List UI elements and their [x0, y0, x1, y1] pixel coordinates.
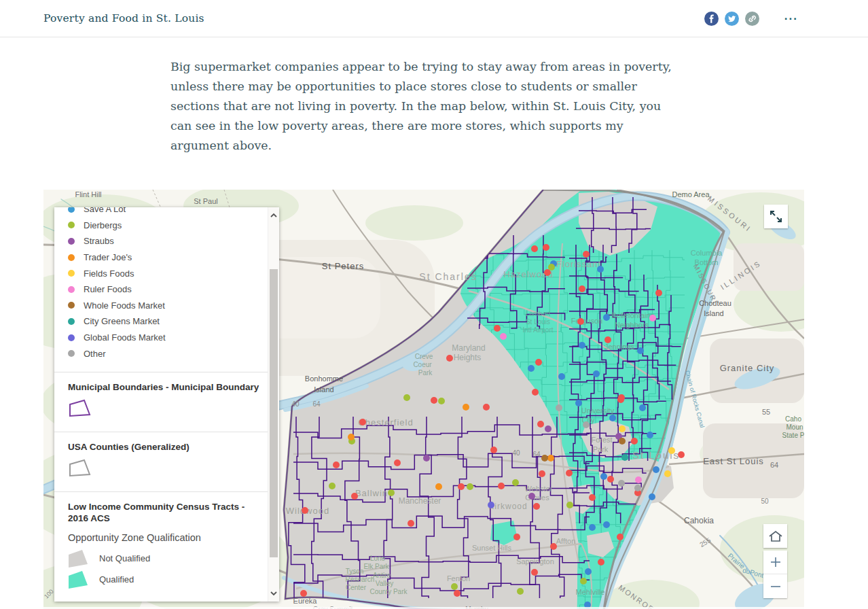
- store-dot[interactable]: [603, 521, 610, 528]
- store-dot[interactable]: [488, 502, 494, 508]
- store-dot[interactable]: [431, 397, 437, 404]
- store-dot[interactable]: [607, 476, 614, 483]
- store-dot[interactable]: [597, 266, 604, 273]
- store-dot[interactable]: [668, 447, 675, 454]
- store-dot[interactable]: [585, 568, 592, 575]
- store-dot[interactable]: [532, 389, 539, 396]
- store-dot[interactable]: [649, 315, 656, 321]
- zoom-in-button[interactable]: [763, 551, 787, 574]
- store-dot[interactable]: [544, 269, 551, 276]
- store-dot[interactable]: [589, 524, 596, 531]
- store-dot[interactable]: [531, 569, 538, 576]
- store-dot[interactable]: [513, 534, 520, 540]
- store-dot[interactable]: [600, 473, 607, 480]
- zoom-out-button[interactable]: [763, 574, 787, 598]
- store-dot[interactable]: [609, 415, 616, 421]
- store-dot[interactable]: [483, 404, 490, 411]
- store-dot[interactable]: [435, 483, 442, 490]
- scrollbar-thumb[interactable]: [270, 269, 278, 557]
- store-dot[interactable]: [454, 590, 460, 597]
- store-dot[interactable]: [541, 455, 548, 462]
- store-dot[interactable]: [333, 462, 340, 468]
- store-dot[interactable]: [664, 470, 671, 477]
- store-dot[interactable]: [500, 333, 507, 340]
- store-dot[interactable]: [528, 365, 535, 372]
- store-dot[interactable]: [649, 493, 655, 500]
- store-dot[interactable]: [438, 398, 445, 404]
- store-dot[interactable]: [617, 534, 623, 540]
- expand-map-button[interactable]: [764, 205, 788, 228]
- store-dot[interactable]: [647, 432, 653, 438]
- store-dot[interactable]: [533, 503, 540, 510]
- store-dot[interactable]: [512, 479, 519, 486]
- store-dot[interactable]: [621, 454, 628, 461]
- store-dot[interactable]: [617, 396, 624, 403]
- store-dot[interactable]: [579, 342, 585, 349]
- store-dot[interactable]: [678, 451, 685, 458]
- store-dot[interactable]: [556, 404, 562, 411]
- store-dot[interactable]: [583, 251, 590, 258]
- store-dot[interactable]: [388, 489, 395, 496]
- twitter-share-button[interactable]: [725, 12, 739, 26]
- store-dot[interactable]: [566, 502, 573, 508]
- store-dot[interactable]: [528, 493, 535, 500]
- legend-scrollbar[interactable]: [268, 207, 279, 602]
- copy-link-button[interactable]: [745, 12, 759, 26]
- store-dot[interactable]: [634, 485, 641, 491]
- store-dot[interactable]: [545, 425, 551, 432]
- more-options-button[interactable]: ...: [783, 13, 799, 25]
- store-dot[interactable]: [351, 493, 358, 500]
- home-button[interactable]: [763, 524, 787, 548]
- store-dot[interactable]: [359, 419, 366, 425]
- store-dot[interactable]: [539, 470, 545, 477]
- store-dot[interactable]: [583, 421, 590, 428]
- store-dot[interactable]: [603, 314, 610, 321]
- store-dot[interactable]: [467, 483, 473, 490]
- store-dot[interactable]: [535, 359, 542, 366]
- store-dot[interactable]: [655, 290, 662, 296]
- store-dot[interactable]: [577, 318, 584, 325]
- store-dot[interactable]: [446, 355, 453, 362]
- store-dot[interactable]: [531, 245, 538, 252]
- store-dot[interactable]: [490, 447, 497, 453]
- store-dot[interactable]: [329, 483, 336, 489]
- scroll-up-icon[interactable]: [270, 213, 277, 218]
- store-dot[interactable]: [548, 264, 555, 271]
- scroll-down-icon[interactable]: [270, 591, 277, 596]
- store-dot[interactable]: [589, 494, 596, 501]
- store-dot[interactable]: [300, 590, 307, 597]
- store-dot[interactable]: [653, 466, 659, 473]
- store-dot[interactable]: [394, 459, 401, 466]
- store-dot[interactable]: [631, 438, 638, 445]
- store-dot[interactable]: [604, 336, 611, 343]
- store-dot[interactable]: [537, 421, 544, 428]
- store-dot[interactable]: [598, 559, 604, 566]
- store-dot[interactable]: [618, 480, 625, 487]
- store-dot[interactable]: [547, 455, 554, 462]
- facebook-share-button[interactable]: [704, 12, 719, 26]
- store-dot[interactable]: [543, 244, 549, 251]
- store-dot[interactable]: [302, 507, 308, 514]
- store-dot[interactable]: [619, 438, 626, 445]
- store-dot[interactable]: [494, 325, 501, 332]
- store-dot[interactable]: [463, 404, 469, 411]
- store-dot[interactable]: [403, 394, 410, 401]
- store-dot[interactable]: [348, 434, 355, 440]
- store-dot[interactable]: [498, 483, 505, 489]
- store-dot[interactable]: [451, 583, 458, 590]
- store-dot[interactable]: [639, 404, 646, 411]
- store-dot[interactable]: [550, 543, 557, 550]
- store-dot[interactable]: [635, 476, 642, 483]
- store-dot[interactable]: [619, 425, 626, 432]
- store-dot[interactable]: [458, 483, 465, 490]
- map-embed[interactable]: Flint HillSt PaulDemo AreaSt PetersSt Ch…: [43, 190, 804, 609]
- store-dot[interactable]: [579, 285, 585, 292]
- store-dot[interactable]: [558, 373, 565, 380]
- store-dot[interactable]: [637, 347, 644, 354]
- store-dot[interactable]: [566, 470, 573, 476]
- store-dot[interactable]: [517, 588, 524, 595]
- store-dot[interactable]: [423, 455, 430, 462]
- store-dot[interactable]: [580, 578, 587, 585]
- store-dot[interactable]: [575, 400, 582, 406]
- store-dot[interactable]: [593, 370, 600, 377]
